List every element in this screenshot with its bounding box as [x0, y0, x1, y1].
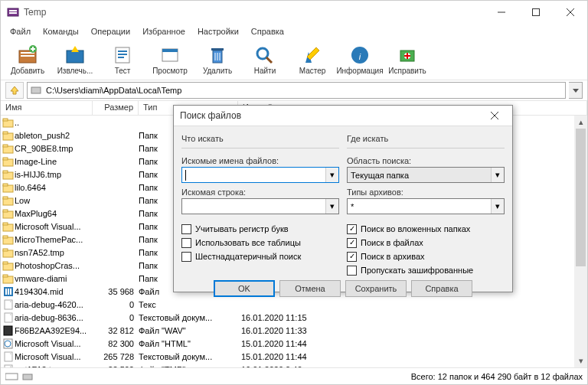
- case-checkbox-row[interactable]: Учитывать регистр букв: [181, 222, 339, 236]
- menu-help[interactable]: Справка: [245, 25, 290, 38]
- view-icon: [158, 44, 181, 66]
- repair-button[interactable]: Исправить: [385, 41, 430, 78]
- string-combo[interactable]: ▾: [181, 198, 339, 214]
- list-item[interactable]: Microsoft Visual...82 300Файл "HTML"15.0…: [1, 337, 587, 350]
- delete-button[interactable]: Удалить: [195, 41, 240, 78]
- file-icon: [1, 221, 15, 232]
- add-button[interactable]: Добавить: [5, 41, 50, 78]
- svg-rect-54: [3, 210, 8, 212]
- col-name[interactable]: Имя: [1, 101, 93, 115]
- minimize-button[interactable]: [484, 1, 518, 24]
- repair-label: Исправить: [388, 67, 426, 75]
- menu-commands[interactable]: Команды: [37, 25, 85, 38]
- file-icon: [1, 195, 15, 206]
- svg-rect-66: [5, 289, 7, 295]
- skip-label: Пропускать зашифрованные: [361, 266, 473, 275]
- find-button[interactable]: Найти: [243, 41, 287, 78]
- svg-rect-50: [3, 184, 8, 186]
- test-button[interactable]: Тест: [100, 41, 145, 78]
- menu-operations[interactable]: Операции: [85, 25, 136, 38]
- chevron-down-icon[interactable]: ▾: [325, 199, 338, 214]
- delete-label: Удалить: [203, 67, 232, 75]
- scroll-down-button[interactable]: ▾: [574, 354, 587, 367]
- ok-button[interactable]: OK: [214, 280, 275, 297]
- col-size[interactable]: Размер: [93, 101, 139, 115]
- file-name: aria-debug-4620...: [15, 300, 93, 309]
- file-icon: [1, 143, 15, 154]
- file-name: Low: [15, 196, 93, 205]
- file-name: lilo.6464: [15, 183, 93, 192]
- file-name: nsn7A52.tmp: [15, 248, 93, 257]
- wizard-button[interactable]: Мастер: [290, 41, 335, 78]
- info-icon: i: [348, 44, 371, 66]
- hex-checkbox-row[interactable]: Шестнадцатеричный поиск: [181, 250, 339, 263]
- help-button[interactable]: Справка: [411, 280, 472, 297]
- path-input[interactable]: C:\Users\diami\AppData\Local\Temp: [27, 82, 566, 99]
- archives-checkbox-row[interactable]: ✓Поиск в архивах: [347, 250, 505, 263]
- files-checkbox-row[interactable]: ✓Поиск в файлах: [347, 236, 505, 250]
- list-item[interactable]: Microsoft Visual...265 728Текстовый доку…: [1, 350, 587, 363]
- svg-rect-37: [31, 87, 41, 93]
- list-item[interactable]: aria-debug-8636...0Текстовый докум...16.…: [1, 311, 587, 324]
- file-modified: 15.01.2020 11:44: [238, 339, 587, 348]
- save-button[interactable]: Сохранить: [345, 280, 407, 297]
- dialog-close-button[interactable]: [483, 106, 506, 126]
- names-label: Искомые имена файлов:: [181, 156, 339, 165]
- menubar: Файл Команды Операции Избранное Настройк…: [1, 24, 587, 39]
- svg-rect-67: [8, 289, 9, 295]
- types-combo[interactable]: *▾: [347, 198, 505, 214]
- extract-icon: [64, 44, 87, 66]
- extract-button[interactable]: Извлечь...: [53, 41, 97, 78]
- file-icon: [1, 182, 15, 193]
- svg-rect-20: [162, 49, 178, 52]
- path-dropdown[interactable]: [569, 82, 583, 99]
- chevron-down-icon[interactable]: ▾: [325, 168, 338, 182]
- file-icon: [1, 299, 15, 310]
- file-icon: [1, 169, 15, 180]
- chevron-down-icon[interactable]: ▾: [491, 168, 504, 182]
- file-type: Текстовый докум...: [139, 313, 238, 322]
- maximize-button[interactable]: [518, 1, 553, 24]
- info-button[interactable]: iИнформация: [338, 41, 382, 78]
- toolbar: Добавить Извлечь... Тест Просмотр Удалит…: [1, 39, 587, 80]
- menu-favorites[interactable]: Избранное: [136, 25, 191, 38]
- svg-rect-84: [5, 374, 18, 380]
- svg-rect-40: [3, 119, 8, 121]
- checkbox-icon: [181, 238, 191, 248]
- chevron-down-icon[interactable]: ▾: [491, 199, 504, 214]
- view-button[interactable]: Просмотр: [148, 41, 192, 78]
- menu-file[interactable]: Файл: [4, 25, 37, 38]
- scroll-up-button[interactable]: ▴: [574, 116, 587, 129]
- close-button[interactable]: [553, 1, 587, 24]
- list-item[interactable]: F86B2AA392E94...32 812Файл "WAV"16.01.20…: [1, 324, 587, 337]
- file-name: ..: [15, 118, 93, 127]
- svg-rect-42: [3, 132, 8, 134]
- skip-checkbox-row[interactable]: Пропускать зашифрованные: [347, 263, 505, 277]
- info-label: Информация: [336, 67, 383, 75]
- up-button[interactable]: [5, 82, 24, 99]
- cancel-button[interactable]: Отмена: [279, 280, 341, 297]
- area-label: Область поиска:: [347, 156, 505, 165]
- file-icon: [1, 234, 15, 245]
- file-name: Microsoft Visual...: [15, 222, 93, 231]
- svg-point-26: [257, 48, 268, 59]
- svg-rect-52: [3, 197, 8, 199]
- list-item[interactable]: wct1F12.tmp22 502Файл "TMP"16.01.2020 2:…: [1, 363, 587, 367]
- area-combo[interactable]: Текущая папка▾: [347, 167, 505, 183]
- scroll-thumb[interactable]: [576, 129, 586, 266]
- file-size: 32 812: [93, 326, 139, 335]
- svg-rect-9: [21, 55, 34, 57]
- file-icon: [1, 325, 15, 336]
- file-type: Текстовый докум...: [139, 352, 238, 361]
- menu-settings[interactable]: Настройки: [191, 25, 245, 38]
- file-name: MicroThemePac...: [15, 235, 93, 244]
- file-icon: [1, 351, 15, 362]
- subfolders-checkbox-row[interactable]: ✓Поиск во вложенных папках: [347, 222, 505, 236]
- alltables-checkbox-row[interactable]: Использовать все таблицы: [181, 236, 339, 250]
- scrollbar[interactable]: ▴ ▾: [574, 116, 587, 367]
- svg-rect-60: [3, 249, 8, 251]
- file-icon: [1, 286, 15, 297]
- checkbox-checked-icon: ✓: [347, 238, 357, 248]
- search-dialog: Поиск файлов Что искать Искомые имена фа…: [173, 105, 513, 292]
- names-combo[interactable]: ▾: [181, 167, 339, 183]
